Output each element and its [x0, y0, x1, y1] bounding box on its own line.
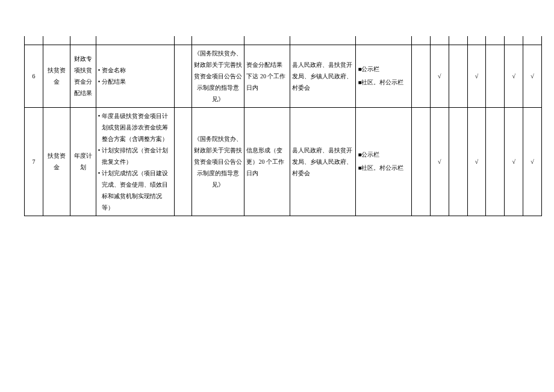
cell-channel: ■公示栏 ■社区。村公示栏: [356, 107, 412, 216]
cell-index: 7: [25, 107, 43, 216]
content-item: 计划安排情况（资金计划批复文件）: [98, 145, 173, 167]
cell-category: 扶贫资金: [43, 45, 70, 107]
cell-check: √: [467, 107, 486, 216]
cell-check: √: [523, 107, 542, 216]
cell-subcategory: 年度计划: [70, 107, 96, 216]
document-page: 6 扶贫资金 财政专项扶贫资金分配结果 资金名称 分配结果 《国务院扶贫办、财政…: [0, 0, 554, 228]
cell-content: 资金名称 分配结果: [96, 45, 175, 107]
cell-memo: [175, 45, 191, 107]
cell-category: 扶贫资金: [43, 107, 70, 216]
cell-check: √: [430, 45, 449, 107]
cell-timing: 信息形成（变更）20 个工作日内: [244, 107, 290, 216]
channel-line: ■公示栏: [358, 63, 409, 76]
cell-index: 6: [25, 45, 43, 107]
cell-basis: 《国务院扶贫办、财政部关于完善扶贫资金项目公告公示制度的指导意见》: [191, 45, 244, 107]
cell-timing: 资金分配结果下达 20 个工作日内: [244, 45, 290, 107]
cell-check: [486, 45, 505, 107]
data-table: 6 扶贫资金 财政专项扶贫资金分配结果 资金名称 分配结果 《国务院扶贫办、财政…: [24, 36, 542, 216]
cell-channel: ■公示栏 ■社区。村公示栏: [356, 45, 412, 107]
cell-check: [411, 45, 430, 107]
table-row: 6 扶贫资金 财政专项扶贫资金分配结果 资金名称 分配结果 《国务院扶贫办、财政…: [25, 45, 542, 107]
channel-line: ■社区。村公示栏: [358, 76, 409, 89]
cell-check: √: [467, 45, 486, 107]
cell-memo: [175, 107, 191, 216]
cell-check: √: [505, 45, 523, 107]
cell-check: √: [523, 45, 542, 107]
cell-subject: 县人民政府、县扶贫开发局、乡镇人民政府、村委会: [290, 45, 356, 107]
table-continuation-row: [25, 36, 542, 45]
cell-subject: 县人民政府、县扶贫开发局、乡镇人民政府、村委会: [290, 107, 356, 216]
cell-check: [449, 107, 467, 216]
cell-basis: 《国务院扶贫办、财政部关于完善扶贫资金项目公告公示制度的指导意见》: [191, 107, 244, 216]
cell-check: [486, 107, 505, 216]
cell-content: 年度县级扶贫资金项目计划或贫困县涉农资金统筹整合方案（含调整方案） 计划安排情况…: [96, 107, 175, 216]
content-item: 年度县级扶贫资金项目计划或贫困县涉农资金统筹整合方案（含调整方案）: [98, 110, 173, 145]
cell-check: √: [505, 107, 523, 216]
content-item: 资金名称: [98, 64, 173, 76]
table-row: 7 扶贫资金 年度计划 年度县级扶贫资金项目计划或贫困县涉农资金统筹整合方案（含…: [25, 107, 542, 216]
cell-subcategory: 财政专项扶贫资金分配结果: [70, 45, 96, 107]
cell-check: [449, 45, 467, 107]
channel-line: ■公示栏: [358, 148, 409, 161]
cell-check: [411, 107, 430, 216]
content-item: 分配结果: [98, 76, 173, 87]
content-item: 计划完成情况（项目建设完成、资金使用、绩效目标和减贫机制实现情况等）: [98, 167, 173, 213]
channel-line: ■社区。村公示栏: [358, 161, 409, 175]
cell-check: √: [430, 107, 449, 216]
